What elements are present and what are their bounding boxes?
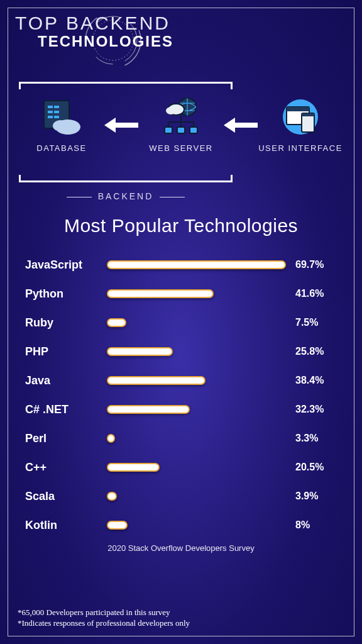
node-ui: USER INTERFACE [258,97,343,153]
node-label: DATABASE [36,143,86,153]
bar-fill [107,463,160,472]
node-database: DATABASE [19,97,104,153]
bracket-top [19,82,233,89]
bar-fill [107,405,190,414]
bracket-bottom [19,175,233,182]
bar-fill [107,434,115,443]
svg-rect-25 [287,107,309,111]
ui-icon [275,97,326,137]
node-label: WEB SERVER [149,143,212,153]
footnote-line: *Indicates responses of professional dev… [18,618,190,629]
bar-track [107,463,287,472]
svg-rect-20 [165,127,172,133]
svg-rect-22 [190,127,197,133]
svg-rect-6 [48,111,53,113]
footnote-line: *65,000 Developers participated in this … [18,607,190,618]
bar-fill [107,289,214,298]
bar-track [107,521,287,530]
title-top: TOP BACKEND [15,13,362,34]
backend-label: BACKEND [19,191,233,201]
node-label: USER INTERFACE [258,143,343,153]
svg-rect-9 [54,116,59,118]
database-icon [36,97,87,137]
bar-track [107,318,287,327]
node-webserver: WEB SERVER [138,97,224,153]
svg-point-11 [53,120,68,131]
bar-fill [107,492,117,501]
header: TOP BACKEND TECHNOLOGIES [0,0,362,63]
svg-point-14 [166,107,176,114]
arrow-left-icon [104,116,138,135]
bar-fill [107,318,126,327]
architecture-diagram: DATABASE WEB SERVER [19,82,343,201]
bar-fill [107,521,128,530]
svg-rect-4 [48,106,53,108]
arrow-left-icon [224,116,258,135]
bar-fill [107,260,286,269]
bar-track [107,289,287,298]
bar-track [107,492,287,501]
bar-fill [107,347,173,356]
footnotes: *65,000 Developers participated in this … [18,607,190,629]
svg-rect-21 [177,127,185,133]
bar-track [107,405,287,414]
bar-fill [107,376,206,385]
svg-rect-27 [302,113,314,116]
svg-rect-8 [48,116,53,118]
bar-track [107,347,287,356]
bar-track [107,260,287,269]
svg-rect-7 [54,111,59,113]
diagram-row: DATABASE WEB SERVER [19,97,343,153]
webserver-icon [156,97,206,137]
bar-track [107,376,287,385]
bar-track [107,434,287,443]
title-bottom: TECHNOLOGIES [38,33,362,50]
svg-rect-5 [54,106,59,108]
